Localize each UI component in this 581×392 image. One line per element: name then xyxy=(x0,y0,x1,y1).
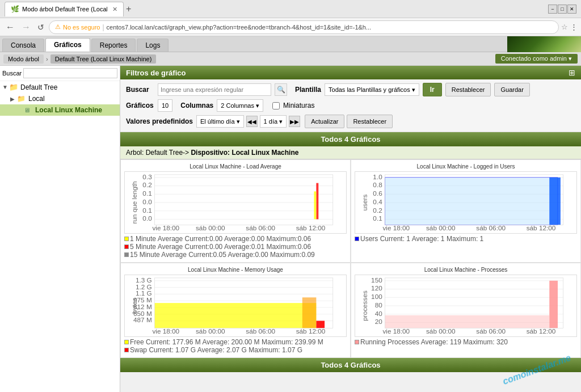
nav-next-btn[interactable]: ▶▶ xyxy=(289,116,300,127)
window-minimize-btn[interactable]: − xyxy=(548,5,557,14)
url-warning-text: No es seguro xyxy=(63,24,100,31)
tab-graficos[interactable]: Gráficos xyxy=(45,38,90,52)
svg-text:sáb 00:00: sáb 00:00 xyxy=(196,327,225,335)
filter-search-btn[interactable]: 🔍 xyxy=(275,83,287,96)
tree-toggle-icon: ▼ xyxy=(2,84,9,90)
columnas-dropdown[interactable]: 2 Columnas ▾ xyxy=(217,99,263,112)
filter-search-label: Buscar xyxy=(126,86,154,94)
graficos-dropdown[interactable]: 10 xyxy=(158,99,172,112)
tab-favicon: 🌿 xyxy=(11,5,19,13)
svg-rect-56 xyxy=(155,303,317,328)
svg-text:100: 100 xyxy=(371,293,382,300)
graph-area-processes: 150 120 100 80 40 20 processes vie 18:00… xyxy=(355,275,577,337)
graphs-main-header: Todos 4 Gráficos xyxy=(120,132,581,146)
connected-badge[interactable]: Conectado como admin ▾ xyxy=(495,54,578,64)
window-controls-left: − □ ✕ xyxy=(548,5,576,14)
svg-text:1.0: 1.0 xyxy=(373,173,382,180)
window-maximize-btn[interactable]: □ xyxy=(558,5,567,14)
svg-rect-19 xyxy=(155,175,333,225)
main-layout: Buscar ▼ 📁 Default Tree ▶ 📁 Local 🖥 Loca… xyxy=(0,66,581,392)
graph-cell-memory-usage[interactable]: Local Linux Machine - Memory Usage 1.3 G… xyxy=(120,263,351,358)
svg-text:sáb 06:00: sáb 06:00 xyxy=(476,327,506,335)
tab-close-icon[interactable]: ✕ xyxy=(112,6,117,13)
graph-cell-load-average[interactable]: Local Linux Machine - Load Average 0.3 0… xyxy=(120,159,351,263)
graph-legend-processes: Running Processes Average: 119 Maximum: … xyxy=(355,338,577,346)
svg-text:sáb 12:00: sáb 12:00 xyxy=(527,224,556,231)
graph-title-processes: Local Linux Machine - Processes xyxy=(355,267,577,273)
filter-row-3: Valores predefinidos El último día ▾ ◀◀ … xyxy=(126,115,575,128)
filter-section: Filtros de gráfico ⊞ Buscar 🔍 Plantilla … xyxy=(120,66,581,132)
tree-item-label-local: Local xyxy=(28,95,45,103)
graph-cell-logged-users[interactable]: Local Linux Machine - Logged in Users 1.… xyxy=(351,159,581,263)
restablecer-values-btn[interactable]: Restablecer xyxy=(347,115,393,128)
graph-svg-memory-usage: 1.3 G 1.2 G 1.1 G 975 M 812 M 650 M 487 … xyxy=(125,275,346,336)
filter-row-1: Buscar 🔍 Plantilla Todas las Plantillas … xyxy=(126,83,575,96)
breadcrumb-item-modo-arbol[interactable]: Modo árbol xyxy=(3,54,44,64)
folder-icon: 📁 xyxy=(9,83,19,91)
sidebar-search-label: Buscar xyxy=(2,70,22,77)
miniaturas-label: Miniaturas xyxy=(283,102,314,109)
filter-collapse-icon[interactable]: ⊞ xyxy=(569,68,575,77)
svg-text:0.1: 0.1 xyxy=(373,214,382,222)
reset-btn[interactable]: Restablecer xyxy=(445,83,491,96)
logo-area xyxy=(507,36,581,52)
actualizar-btn[interactable]: Actualizar xyxy=(305,115,344,128)
svg-text:150: 150 xyxy=(371,276,382,284)
breadcrumb: Modo árbol › Default Tree (Local Linux M… xyxy=(3,54,156,64)
tree-item-label: Default Tree xyxy=(20,83,57,91)
graph-legend-load-average: 1 Minute Average Current:0.00 Average:0.… xyxy=(124,235,347,259)
svg-text:sáb 12:00: sáb 12:00 xyxy=(296,224,326,231)
tab-logs[interactable]: Logs xyxy=(137,39,169,52)
sidebar-search-input[interactable] xyxy=(23,68,117,78)
svg-text:bytes: bytes xyxy=(130,298,138,314)
tree-item-local[interactable]: ▶ 📁 Local xyxy=(0,93,120,104)
folder-icon-local: 📁 xyxy=(17,95,27,103)
bookmark-btn[interactable]: ☆ xyxy=(561,23,568,31)
filter-header-title: Filtros de gráfico xyxy=(126,69,186,77)
nav-back-btn[interactable]: ← xyxy=(3,21,17,33)
graph-svg-load-average: 0.3 0.2 0.1 0.0 0.1 0.0 run que length v… xyxy=(125,172,346,233)
tab-consola[interactable]: Consola xyxy=(2,39,44,52)
svg-text:processes: processes xyxy=(361,290,368,321)
tree-item-default-tree[interactable]: ▼ 📁 Default Tree xyxy=(0,81,120,93)
tree-item-local-linux-machine[interactable]: 🖥 Local Linux Machine xyxy=(0,104,120,116)
graph-title-load-average: Local Linux Machine - Load Average xyxy=(124,163,347,170)
filter-search-input[interactable] xyxy=(158,83,271,96)
plantilla-dropdown[interactable]: Todas las Plantillas y gráficos ▾ xyxy=(325,83,419,96)
window-close-btn[interactable]: ✕ xyxy=(567,5,576,14)
browser-titlebar: − □ ✕ 🌿 Modo árbol Default Tree (Local L… xyxy=(0,0,581,18)
values-dropdown[interactable]: El último día ▾ xyxy=(196,115,244,128)
filter-body: Buscar 🔍 Plantilla Todas las Plantillas … xyxy=(120,79,581,132)
period-dropdown[interactable]: 1 día ▾ xyxy=(260,115,287,128)
graph-cell-processes[interactable]: Local Linux Machine - Processes 150 120 … xyxy=(351,263,581,358)
svg-text:sáb 00:00: sáb 00:00 xyxy=(426,224,456,231)
svg-text:0.8: 0.8 xyxy=(373,181,382,188)
breadcrumb-bar: Modo árbol › Default Tree (Local Linux M… xyxy=(0,52,581,66)
graph-legend-memory-usage: Free Current: 177.96 M Average: 200.00 M… xyxy=(124,338,347,354)
graph-area-memory-usage: 1.3 G 1.2 G 1.1 G 975 M 812 M 650 M 487 … xyxy=(124,275,347,337)
new-tab-btn[interactable]: + xyxy=(126,4,131,14)
miniaturas-checkbox[interactable] xyxy=(272,102,280,109)
svg-text:users: users xyxy=(361,195,368,211)
svg-rect-78 xyxy=(385,315,550,328)
svg-text:0.2: 0.2 xyxy=(142,181,151,188)
nav-reload-btn[interactable]: ↺ xyxy=(35,22,47,33)
tree-root: ▼ 📁 Default Tree ▶ 📁 Local 🖥 Local Linux… xyxy=(0,81,120,116)
svg-text:vie 18:00: vie 18:00 xyxy=(382,327,410,335)
nav-prev-btn[interactable]: ◀◀ xyxy=(246,116,258,127)
breadcrumb-separator: › xyxy=(46,56,48,62)
graph-title-logged-users: Local Linux Machine - Logged in Users xyxy=(355,163,577,170)
breadcrumb-item-default-tree[interactable]: Default Tree (Local Linux Machine) xyxy=(50,54,157,64)
tab-reportes[interactable]: Reportes xyxy=(91,39,136,52)
nav-forward-btn[interactable]: → xyxy=(19,21,33,33)
browser-tab[interactable]: 🌿 Modo árbol Default Tree (Local Linu...… xyxy=(5,2,124,16)
svg-text:0.1: 0.1 xyxy=(142,206,151,214)
go-btn[interactable]: Ir xyxy=(423,83,442,96)
browser-menu-btn[interactable]: ⋮ xyxy=(570,23,578,31)
svg-rect-14 xyxy=(314,191,316,219)
graph-title-memory-usage: Local Linux Machine - Memory Usage xyxy=(124,267,347,273)
address-bar[interactable]: ⚠ No es seguro | centos7.local.lan/cacti… xyxy=(49,20,559,34)
save-btn[interactable]: Guardar xyxy=(494,83,529,96)
graphs-grid: Local Linux Machine - Load Average 0.3 0… xyxy=(120,159,581,358)
breadcrumb-dispositivo-label: Dispositivo: Local Linux Machine xyxy=(191,149,298,157)
